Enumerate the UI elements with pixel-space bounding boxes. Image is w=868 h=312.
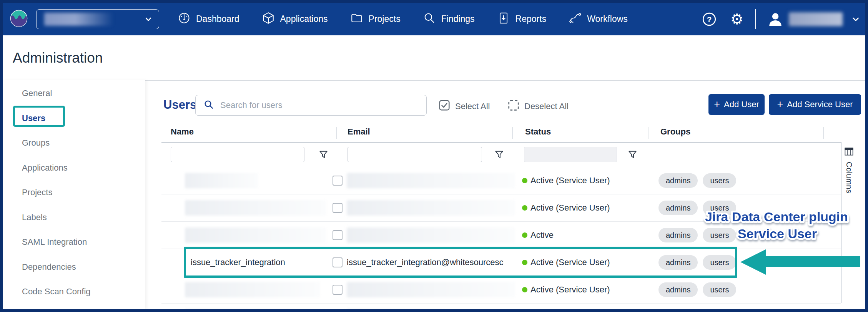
status-text: Active (Service User) <box>530 176 610 186</box>
user-menu-chevron-icon[interactable] <box>851 15 860 24</box>
sidebar-item-groups[interactable]: Groups <box>3 131 145 156</box>
group-chip: admins <box>658 201 698 215</box>
name-redacted <box>185 200 326 216</box>
settings-gear-icon[interactable]: ⚙ <box>730 12 743 27</box>
nav-dashboard-label: Dashboard <box>196 14 239 24</box>
columns-tab[interactable]: Columns <box>844 147 854 193</box>
email-filter-input[interactable] <box>348 147 482 162</box>
navbar-right: ? ⚙ <box>701 9 860 29</box>
column-separator <box>823 127 824 139</box>
table-row: Active (Service User) admins users <box>161 276 841 303</box>
column-separator <box>512 127 513 139</box>
projects-folder-icon <box>350 12 363 27</box>
group-chip: users <box>703 282 736 297</box>
column-header-name[interactable]: Name <box>171 127 194 137</box>
group-chip: admins <box>658 255 698 270</box>
user-search <box>195 95 427 116</box>
chevron-down-icon <box>144 15 153 23</box>
add-service-user-button[interactable]: + Add Service User <box>769 94 861 115</box>
group-chip: users <box>703 228 736 242</box>
user-email: issue_tracker_integration@whitesourcesc <box>347 257 511 267</box>
columns-panel-border <box>841 142 842 303</box>
user-name-redacted <box>789 12 843 26</box>
email-redacted <box>347 227 515 243</box>
top-navbar: Dashboard Applications P <box>0 0 868 35</box>
users-heading: Users <box>163 98 196 112</box>
column-header-groups[interactable]: Groups <box>660 127 690 137</box>
page-title: Administration <box>13 50 103 66</box>
nav-findings[interactable]: Findings <box>423 12 475 27</box>
nav-applications-label: Applications <box>280 14 328 24</box>
nav-applications[interactable]: Applications <box>262 12 328 27</box>
help-icon[interactable]: ? <box>701 11 717 27</box>
group-chip: admins <box>658 228 698 242</box>
add-user-button[interactable]: + Add User <box>708 94 765 115</box>
name-redacted <box>185 309 325 312</box>
sidebar-item-saml-integration[interactable]: SAML Integration <box>3 230 145 255</box>
columns-tab-label: Columns <box>845 162 853 193</box>
group-chip: users <box>703 173 736 188</box>
organization-dropdown[interactable] <box>36 9 159 29</box>
nav-reports-label: Reports <box>515 14 547 24</box>
row-checkbox[interactable] <box>333 285 343 295</box>
groups-cell: admins users <box>658 228 736 242</box>
nav-workflows[interactable]: Workflows <box>569 12 628 27</box>
email-redacted <box>347 200 515 216</box>
mend-logo-icon <box>10 10 28 29</box>
nav-dashboard[interactable]: Dashboard <box>178 12 239 27</box>
table-row-partial <box>161 303 841 312</box>
column-header-email[interactable]: Email <box>348 127 370 137</box>
status-dot <box>522 260 527 265</box>
name-filter-funnel-icon[interactable] <box>318 149 329 161</box>
nav-projects[interactable]: Projects <box>350 12 401 27</box>
columns-grid-icon <box>844 147 854 158</box>
sidebar-item-applications[interactable]: Applications <box>3 156 145 181</box>
status-dot <box>522 287 527 292</box>
group-chip: admins <box>658 173 698 188</box>
main-nav: Dashboard Applications P <box>178 12 628 27</box>
sidebar-item-users[interactable]: Users <box>3 106 145 131</box>
status-text: Active (Service User) <box>530 203 610 213</box>
status-filter-funnel-icon[interactable] <box>627 149 638 161</box>
select-all-checkbox-icon <box>438 99 451 114</box>
nav-findings-label: Findings <box>441 14 475 24</box>
name-redacted <box>185 282 320 297</box>
sidebar-item-code-scan-config[interactable]: Code Scan Config <box>3 279 145 304</box>
header-underline <box>161 142 841 143</box>
sidebar-item-projects[interactable]: Projects <box>3 180 145 205</box>
name-filter-input[interactable] <box>171 147 304 162</box>
row-checkbox[interactable] <box>333 176 343 186</box>
user-avatar-icon[interactable] <box>767 11 783 27</box>
reports-file-icon <box>497 12 510 27</box>
search-input[interactable] <box>220 100 420 110</box>
table-row-issue-tracker-integration: issue_tracker_integration issue_tracker_… <box>161 249 841 276</box>
search-icon <box>203 99 214 111</box>
table-row: Active (Service User) admins users <box>161 167 841 194</box>
email-filter-funnel-icon[interactable] <box>494 149 504 161</box>
row-checkbox[interactable] <box>333 203 343 213</box>
sidebar-item-labels[interactable]: Labels <box>3 205 145 230</box>
table-row: Active admins users <box>161 221 841 249</box>
column-header-status[interactable]: Status <box>525 127 551 137</box>
plus-icon: + <box>714 98 720 110</box>
annotation-arrow-head-icon <box>740 249 766 275</box>
groups-cell: admins users <box>658 173 736 188</box>
select-all-label: Select All <box>455 101 490 111</box>
nav-reports[interactable]: Reports <box>497 12 547 27</box>
select-all-button[interactable]: Select All <box>438 99 490 114</box>
applications-cube-icon <box>262 12 275 27</box>
nav-workflows-label: Workflows <box>587 14 628 24</box>
column-separator <box>648 127 649 139</box>
add-user-label: Add User <box>724 100 759 110</box>
sidebar-item-general[interactable]: General <box>3 81 145 106</box>
workflows-icon <box>569 12 582 27</box>
status-dot <box>522 205 527 211</box>
row-checkbox[interactable] <box>333 257 343 267</box>
status-filter-input[interactable] <box>524 147 617 162</box>
email-redacted <box>347 309 446 312</box>
deselect-all-button[interactable]: Deselect All <box>507 99 569 114</box>
organization-name-redacted <box>44 13 113 26</box>
sidebar-item-dependencies[interactable]: Dependencies <box>3 255 145 280</box>
row-checkbox[interactable] <box>333 230 343 240</box>
email-redacted <box>347 282 515 297</box>
